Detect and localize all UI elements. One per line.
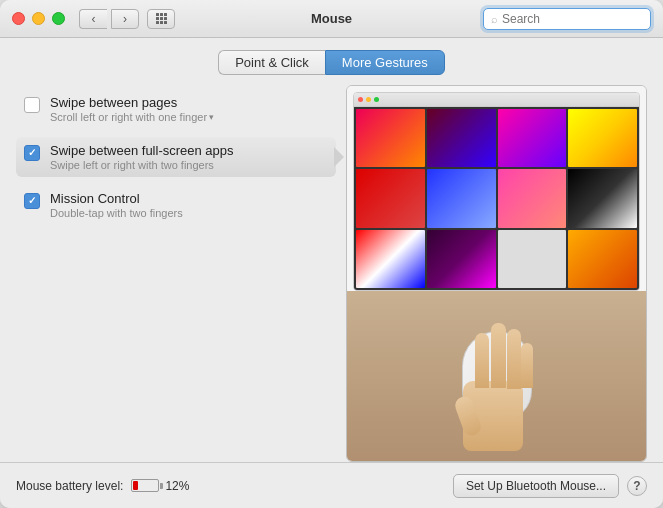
back-button[interactable]: ‹ [79, 9, 107, 29]
hand [453, 341, 533, 451]
thumb-1 [356, 109, 425, 167]
thumb-4 [568, 109, 637, 167]
thumb-7 [498, 169, 567, 227]
search-input[interactable] [502, 12, 643, 26]
preview-panel [346, 85, 647, 462]
battery-fill [133, 481, 138, 490]
battery-icon [131, 479, 159, 492]
mini-browser-bar [354, 93, 639, 107]
bluetooth-button[interactable]: Set Up Bluetooth Mouse... [453, 474, 619, 498]
checkbox-swipe-apps[interactable] [24, 145, 40, 161]
close-button[interactable] [12, 12, 25, 25]
main-content: Swipe between pages Scroll left or right… [0, 85, 663, 462]
battery-body [131, 479, 159, 492]
preview-bottom [347, 291, 646, 461]
window-title: Mouse [311, 11, 352, 26]
option-mission-control: Mission Control Double-tap with two fing… [16, 185, 336, 225]
finger-3 [507, 329, 521, 389]
thumb-3 [498, 109, 567, 167]
thumb-6 [427, 169, 496, 227]
title-bar: ‹ › Mouse ⌕ [0, 0, 663, 38]
minimize-button[interactable] [32, 12, 45, 25]
option-title-swipe-pages: Swipe between pages [50, 95, 328, 110]
battery-percent: 12% [165, 479, 189, 493]
thumb-10 [427, 230, 496, 288]
mouse-illustration [437, 301, 557, 451]
mini-browser [353, 92, 640, 291]
tab-more-gestures[interactable]: More Gestures [325, 50, 445, 75]
mini-max-dot [374, 97, 379, 102]
finger-4 [521, 343, 533, 388]
main-window: ‹ › Mouse ⌕ Point & Click More Gestures [0, 0, 663, 508]
footer-right: Set Up Bluetooth Mouse... ? [453, 474, 647, 498]
search-bar[interactable]: ⌕ [483, 8, 651, 30]
thumb-8 [568, 169, 637, 227]
battery-label: Mouse battery level: [16, 479, 123, 493]
maximize-button[interactable] [52, 12, 65, 25]
finger-1 [475, 333, 489, 388]
mini-content-grid [354, 107, 639, 290]
option-subtitle-swipe-apps: Swipe left or right with two fingers [50, 159, 328, 171]
option-swipe-apps: Swipe between full-screen apps Swipe lef… [16, 137, 336, 177]
preview-top [347, 86, 646, 291]
help-button[interactable]: ? [627, 476, 647, 496]
thumb-11 [498, 230, 567, 288]
thumb-9 [356, 230, 425, 288]
option-title-swipe-apps: Swipe between full-screen apps [50, 143, 328, 158]
dropdown-arrow-icon[interactable]: ▾ [209, 112, 214, 122]
search-icon: ⌕ [491, 13, 498, 25]
option-subtitle-swipe-pages: Scroll left or right with one finger ▾ [50, 111, 328, 123]
grid-icon [156, 13, 167, 24]
tab-point-click[interactable]: Point & Click [218, 50, 325, 75]
tab-control: Point & Click More Gestures [0, 38, 663, 85]
options-panel: Swipe between pages Scroll left or right… [16, 85, 346, 462]
traffic-lights [12, 12, 65, 25]
forward-button[interactable]: › [111, 9, 139, 29]
thumb-5 [356, 169, 425, 227]
option-title-mission-control: Mission Control [50, 191, 328, 206]
mini-min-dot [366, 97, 371, 102]
thumb-2 [427, 109, 496, 167]
palm [463, 381, 523, 451]
finger-2 [491, 323, 506, 388]
nav-buttons: ‹ › [79, 9, 139, 29]
grid-button[interactable] [147, 9, 175, 29]
thumb [452, 394, 483, 438]
option-subtitle-mission-control: Double-tap with two fingers [50, 207, 328, 219]
mini-close-dot [358, 97, 363, 102]
option-swipe-pages: Swipe between pages Scroll left or right… [16, 89, 336, 129]
footer: Mouse battery level: 12% Set Up Bluetoot… [0, 462, 663, 508]
checkbox-swipe-pages[interactable] [24, 97, 40, 113]
checkbox-mission-control[interactable] [24, 193, 40, 209]
thumb-12 [568, 230, 637, 288]
